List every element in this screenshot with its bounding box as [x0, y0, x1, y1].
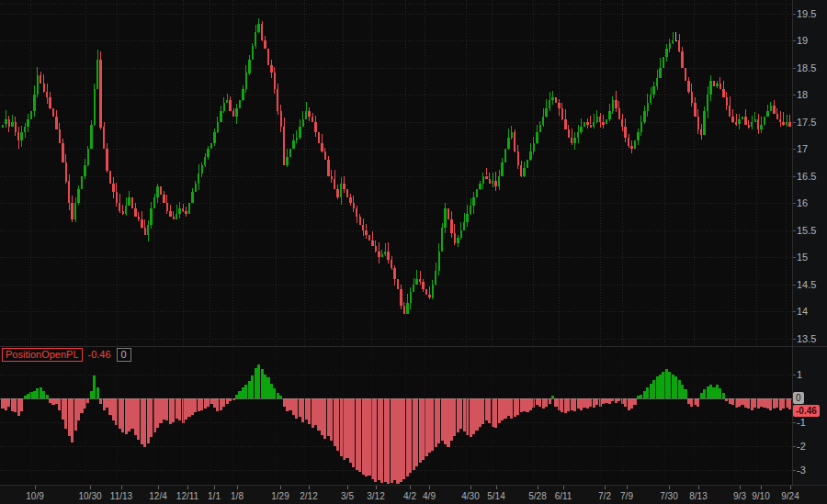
price-tick-mark — [792, 149, 796, 150]
date-tick-mark — [158, 486, 159, 489]
price-tick-label: 19 — [797, 35, 808, 46]
date-tick-mark — [90, 486, 91, 489]
date-tick-label: 7/9 — [620, 491, 633, 501]
price-tick-label: 14 — [797, 306, 808, 317]
date-tick-label: 9/10 — [752, 491, 769, 501]
date-tick-mark — [698, 486, 699, 489]
date-tick-mark — [605, 486, 606, 489]
date-tick-label: 2/12 — [300, 491, 317, 501]
date-tick-label: 9/3 — [733, 491, 746, 501]
date-tick-mark — [280, 486, 281, 489]
date-tick-mark — [790, 486, 791, 489]
date-tick-label: 1/1 — [208, 491, 221, 501]
price-tick-label: 16 — [797, 197, 808, 208]
date-tick-label: 4/30 — [461, 491, 479, 501]
price-tick-mark — [792, 122, 796, 123]
date-tick-label: 1/8 — [231, 491, 244, 501]
indicator-zero-box[interactable]: 0 — [117, 348, 131, 362]
date-tick-label: 10/30 — [78, 491, 101, 501]
zero-level-badge: 0 — [793, 392, 804, 404]
date-tick-label: 7/30 — [660, 491, 677, 501]
date-tick-mark — [563, 486, 564, 489]
price-tick-mark — [792, 257, 796, 258]
date-tick-mark — [35, 486, 36, 489]
last-value-badge: -0.46 — [793, 405, 820, 417]
indicator-tick-mark — [792, 375, 796, 375]
date-tick-mark — [429, 486, 430, 489]
price-tick-label: 13.5 — [797, 333, 816, 344]
price-tick-label: 15.5 — [797, 225, 816, 236]
indicator-tick-mark — [792, 422, 796, 423]
price-tick-mark — [792, 311, 796, 312]
date-tick-mark — [309, 486, 310, 489]
price-tick-label: 14.5 — [797, 279, 816, 290]
date-tick-label: 12/4 — [149, 491, 166, 501]
price-tick-mark — [792, 285, 796, 286]
price-tick-mark — [792, 68, 796, 69]
price-tick-mark — [792, 14, 796, 15]
price-tick-mark — [792, 40, 796, 41]
date-tick-label: 4/2 — [403, 491, 416, 501]
date-tick-label: 9/24 — [781, 491, 799, 501]
price-tick-label: 18 — [797, 89, 808, 100]
price-tick-mark — [792, 339, 796, 340]
date-tick-label: 10/9 — [26, 491, 43, 501]
price-tick-label: 17 — [797, 143, 808, 154]
date-axis[interactable]: 10/910/3011/1312/412/111/11/81/292/123/5… — [0, 485, 827, 504]
indicator-tick-mark — [792, 446, 796, 447]
date-tick-mark — [538, 486, 538, 489]
date-tick-mark — [376, 486, 377, 489]
date-tick-label: 5/14 — [487, 491, 504, 501]
date-tick-mark — [627, 486, 628, 489]
date-tick-label: 3/5 — [341, 491, 354, 501]
price-tick-label: 15 — [797, 252, 808, 263]
trading-chart-window: 19.51918.51817.51716.51615.51514.51413.5… — [0, 0, 827, 504]
date-tick-mark — [740, 486, 741, 489]
date-tick-label: 5/28 — [528, 491, 546, 501]
date-tick-mark — [121, 486, 122, 489]
indicator-tick-label: 1 — [797, 369, 802, 380]
price-tick-label: 17.5 — [797, 117, 816, 128]
date-tick-mark — [669, 486, 670, 489]
date-tick-mark — [214, 486, 215, 489]
price-tick-mark — [792, 203, 796, 204]
price-tick-label: 16.5 — [797, 171, 816, 182]
price-tick-mark — [792, 95, 796, 95]
price-tick-mark — [792, 176, 796, 177]
date-tick-label: 3/12 — [367, 491, 384, 501]
indicator-tick-label: -2 — [797, 441, 806, 452]
date-tick-label: 6/11 — [555, 491, 572, 501]
indicator-legend: PositionOpenPL -0.46 0 — [2, 348, 131, 361]
indicator-tick-mark — [792, 470, 796, 471]
date-tick-mark — [237, 486, 238, 489]
date-tick-label: 8/13 — [689, 491, 707, 501]
date-tick-mark — [470, 486, 471, 489]
date-tick-mark — [410, 486, 411, 489]
price-axis[interactable]: 19.51918.51817.51716.51615.51514.51413.5 — [792, 0, 827, 346]
indicator-name-box[interactable]: PositionOpenPL — [2, 348, 83, 362]
date-tick-mark — [496, 486, 497, 489]
date-tick-mark — [347, 486, 348, 489]
price-tick-mark — [792, 230, 796, 231]
indicator-tick-label: -3 — [797, 465, 806, 476]
indicator-histogram-canvas[interactable] — [0, 347, 792, 485]
date-tick-label: 7/2 — [598, 491, 611, 501]
indicator-value: -0.46 — [86, 349, 113, 361]
date-tick-label: 11/13 — [110, 491, 132, 501]
price-tick-label: 18.5 — [797, 62, 816, 73]
indicator-tick-label: -1 — [797, 417, 806, 428]
date-tick-label: 12/11 — [176, 491, 198, 501]
date-tick-mark — [761, 486, 762, 489]
date-tick-label: 4/9 — [423, 491, 436, 501]
date-tick-mark — [187, 486, 188, 489]
price-tick-label: 19.5 — [797, 8, 816, 19]
candlestick-chart-canvas[interactable] — [0, 0, 792, 346]
date-tick-label: 1/29 — [271, 491, 289, 501]
